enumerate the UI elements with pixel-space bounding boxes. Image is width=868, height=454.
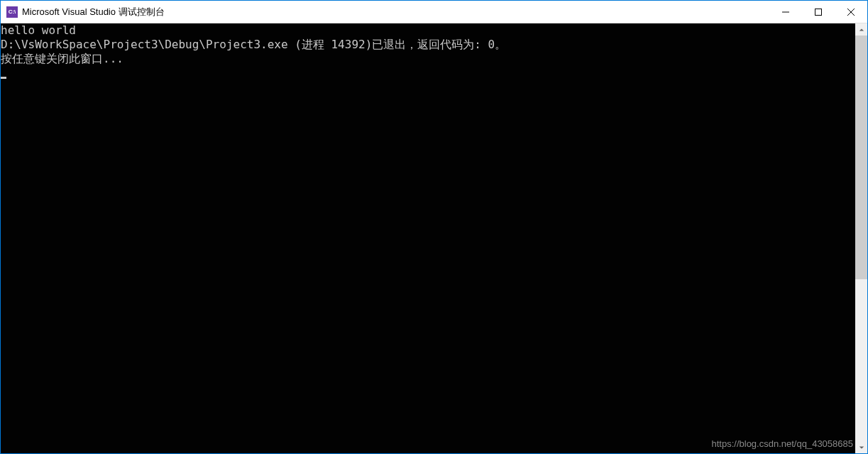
- app-icon: C:\: [6, 6, 18, 18]
- console-line: hello world: [1, 23, 855, 38]
- chevron-up-icon: [859, 27, 864, 33]
- maximize-icon: [815, 9, 822, 16]
- scrollbar-down-button[interactable]: [855, 441, 867, 453]
- close-icon: [847, 9, 855, 16]
- scrollbar-track[interactable]: [855, 36, 867, 441]
- console-line: 按任意键关闭此窗口...: [1, 52, 855, 66]
- chevron-down-icon: [859, 445, 864, 450]
- console-content[interactable]: hello worldD:\VsWorkSpace\Project3\Debug…: [1, 23, 855, 453]
- minimize-button[interactable]: [769, 1, 802, 23]
- minimize-icon: [782, 9, 789, 16]
- svg-rect-1: [815, 9, 822, 15]
- titlebar[interactable]: C:\ Microsoft Visual Studio 调试控制台: [1, 1, 867, 23]
- console-window: C:\ Microsoft Visual Studio 调试控制台 hello …: [0, 0, 868, 454]
- vertical-scrollbar[interactable]: [855, 23, 867, 453]
- console-line: D:\VsWorkSpace\Project3\Debug\Project3.e…: [1, 38, 855, 52]
- window-title: Microsoft Visual Studio 调试控制台: [22, 6, 769, 18]
- cursor: [1, 77, 6, 79]
- scrollbar-thumb[interactable]: [855, 36, 867, 279]
- console-area: hello worldD:\VsWorkSpace\Project3\Debug…: [1, 23, 867, 453]
- scrollbar-up-button[interactable]: [855, 23, 867, 36]
- window-controls: [769, 1, 867, 23]
- maximize-button[interactable]: [802, 1, 835, 23]
- close-button[interactable]: [835, 1, 867, 23]
